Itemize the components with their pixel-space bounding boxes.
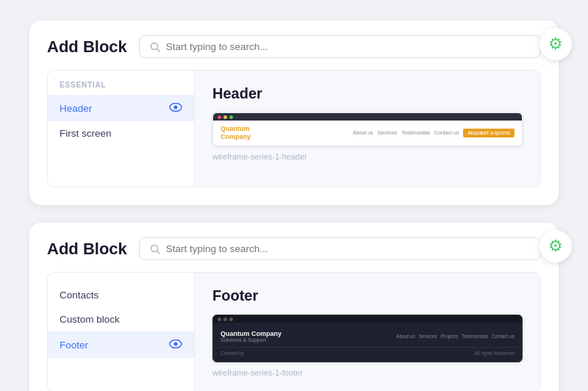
footer-wf-sub: Solutions & Support <box>220 337 282 342</box>
svg-point-3 <box>174 106 178 110</box>
panel-2-search-bar[interactable] <box>139 237 541 260</box>
panel-2-sidebar: Contacts Custom block Footer <box>48 273 195 391</box>
eye-icon-2 <box>169 338 182 351</box>
footer-nav-contact: Contact us <box>492 334 514 339</box>
sidebar-item-header[interactable]: Header <box>48 95 194 121</box>
footer-wireframe: Quantum Company Solutions & Support Abou… <box>212 315 523 362</box>
header-wf-cta: REQUEST A QUOTE <box>463 129 514 137</box>
add-block-panel-1: Add Block ESSENTIAL Header <box>29 21 559 205</box>
header-wf-bar <box>213 113 522 121</box>
panel-2-search-input[interactable] <box>166 243 530 254</box>
panel-2-preview-title: Footer <box>212 287 523 304</box>
gear-button-1[interactable]: ⚙ <box>539 28 572 60</box>
dot-1 <box>218 318 221 321</box>
footer-wf-bottom: Created by All rights Reserved <box>213 347 522 362</box>
dot-red <box>218 115 221 119</box>
footer-wf-rights: All rights Reserved <box>474 351 514 356</box>
footer-nav-projects: Projects <box>441 334 458 339</box>
header-wf-content: Quantum Company About us Services Testim… <box>213 121 522 146</box>
dot-green <box>229 115 233 119</box>
dot-3 <box>229 318 233 321</box>
footer-wf-bar <box>213 315 522 323</box>
sidebar-item-contacts-label: Contacts <box>60 290 98 301</box>
eye-icon <box>169 101 182 115</box>
nav-item-services: Services <box>378 130 398 135</box>
sidebar-item-custom-block[interactable]: Custom block <box>48 307 194 331</box>
panel-2-wireframe-label: wireframe-series-1-footer <box>212 368 523 377</box>
panel-2-header: Add Block <box>47 237 541 260</box>
panel-1-body: ESSENTIAL Header First screen Header <box>47 70 541 187</box>
panel-1-preview-area: Header Quantum Company About us <box>195 71 540 187</box>
panel-1-sidebar: ESSENTIAL Header First screen <box>48 71 195 187</box>
sidebar-item-footer-label: Footer <box>60 340 88 351</box>
svg-line-1 <box>157 49 159 51</box>
panel-2-title: Add Block <box>47 240 127 259</box>
panel-1-title: Add Block <box>47 37 127 57</box>
sidebar-item-first-screen-label: First screen <box>60 128 112 139</box>
add-block-panel-2: Add Block Contacts Custom block Footer <box>29 223 559 391</box>
panel-1: Add Block ESSENTIAL Header <box>29 21 559 205</box>
panel-1-search-input[interactable] <box>166 41 530 52</box>
nav-item-contact: Contact us <box>434 130 459 135</box>
dot-2 <box>223 318 227 321</box>
footer-wf-brand-block: Quantum Company Solutions & Support <box>220 330 282 342</box>
footer-wf-content: Quantum Company Solutions & Support Abou… <box>213 323 522 347</box>
svg-point-7 <box>174 342 178 346</box>
footer-wf-credit: Created by <box>220 351 244 356</box>
search-icon-2 <box>150 244 160 254</box>
sidebar-item-first-screen[interactable]: First screen <box>48 121 194 146</box>
panel-1-preview-title: Header <box>212 85 523 102</box>
footer-wf-brand: Quantum Company <box>220 330 282 337</box>
gear-icon-1: ⚙ <box>548 35 563 54</box>
search-icon <box>150 42 160 52</box>
svg-line-5 <box>157 251 159 254</box>
nav-item-testimonials: Testimonials <box>401 130 430 135</box>
footer-nav-testimonials: Testimonials <box>462 334 488 339</box>
panel-1-search-bar[interactable] <box>139 35 541 58</box>
header-wf-nav: About us Services Testimonials Contact u… <box>353 129 514 137</box>
footer-nav-services: Services <box>419 334 437 339</box>
panel-2-preview-area: Footer Quantum Company Solutions & Suppo… <box>195 273 540 391</box>
gear-icon-2: ⚙ <box>548 237 563 256</box>
sidebar-section-label: ESSENTIAL <box>48 81 194 95</box>
nav-item-about: About us <box>353 130 373 135</box>
footer-wf-links: About us Services Projects Testimonials … <box>396 334 514 339</box>
sidebar-item-contacts[interactable]: Contacts <box>48 283 194 307</box>
sidebar-item-header-label: Header <box>60 103 92 114</box>
footer-nav-about: About us <box>396 334 415 339</box>
panel-2: Add Block Contacts Custom block Footer <box>29 223 559 391</box>
dot-yellow <box>223 115 227 119</box>
sidebar-item-footer[interactable]: Footer <box>48 331 194 358</box>
header-wf-logo: Quantum Company <box>220 125 251 141</box>
panel-2-body: Contacts Custom block Footer Footer <box>47 272 541 391</box>
sidebar-item-custom-block-label: Custom block <box>60 314 120 325</box>
panel-1-wireframe-label: wireframe-series-1-header <box>212 152 523 161</box>
gear-button-2[interactable]: ⚙ <box>539 230 572 262</box>
header-wireframe: Quantum Company About us Services Testim… <box>212 112 523 146</box>
panel-1-header: Add Block <box>47 35 541 58</box>
